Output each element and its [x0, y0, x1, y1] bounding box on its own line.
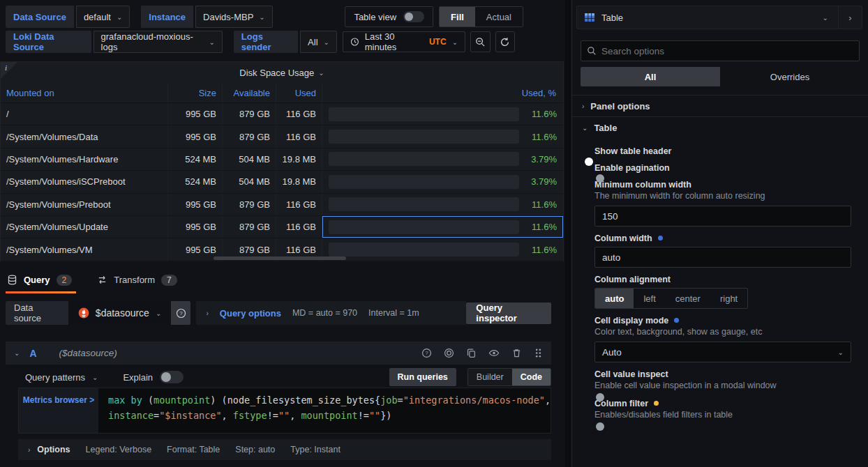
duplicate-icon[interactable] [466, 348, 477, 358]
datasource-value: $datasource [96, 307, 149, 319]
column-header-available[interactable]: Available [223, 83, 276, 102]
eye-icon[interactable] [488, 348, 500, 358]
time-picker-button[interactable]: Last 30 minutes UTC ⌄ [343, 31, 465, 52]
query-inspector-button[interactable]: Query inspector [466, 303, 551, 324]
actual-option[interactable]: Actual [475, 7, 523, 26]
table-row[interactable]: /System/Volumes/Data995 GB879 GB116 GB11… [1, 125, 563, 148]
run-queries-button[interactable]: Run queries [389, 368, 456, 386]
table-row[interactable]: /995 GB879 GB116 GB11.6% [1, 103, 563, 125]
column-header-mounted-on[interactable]: Mounted on [1, 83, 168, 102]
cell-mounted-on: /System/Volumes/Preboot [1, 194, 168, 215]
chevron-down-icon[interactable]: ⌄ [813, 14, 838, 22]
table-row[interactable]: /System/Volumes/Hardware524 MB504 MB19.8… [1, 148, 563, 171]
table-header-row: Mounted on Size Available Used Used, % [1, 83, 563, 103]
cell-used-pct-gauge[interactable]: 11.6% [322, 194, 563, 215]
chevron-right-icon[interactable]: › [206, 309, 208, 317]
option-label: Column width [594, 233, 851, 243]
align-right-option[interactable]: right [710, 289, 747, 308]
promql-code[interactable]: max by (mountpoint) (node_filesystem_siz… [98, 388, 551, 433]
toolbar-row-2: Loki Data Source grafanacloud-moxious-lo… [6, 31, 565, 53]
cell-used-pct-gauge[interactable]: 3.79% [322, 171, 563, 192]
column-header-size[interactable]: Size [168, 83, 223, 102]
run-row: Run queries Builder Code [389, 367, 551, 387]
pane-divider[interactable] [565, 0, 571, 467]
code-line: instance="$instance", fstype!="", mountp… [108, 408, 541, 423]
used-percent-value: 11.6% [526, 245, 557, 255]
code-line: max by (mountpoint) (node_filesystem_siz… [108, 392, 541, 408]
cell-used-pct-gauge[interactable]: 11.6% [322, 103, 563, 125]
collapse-chevron-icon[interactable]: ⌄ [14, 349, 20, 357]
variable-value-dropdown[interactable]: default⌄ [76, 6, 130, 28]
query-options-footer[interactable]: › Options Legend: Verbose Format: Table … [18, 439, 551, 460]
horizontal-scrollbar[interactable] [214, 257, 346, 260]
switch-knob [596, 422, 604, 431]
gauge-track [329, 175, 519, 189]
fill-option[interactable]: Fill [440, 7, 475, 26]
variable-data-source: Data Source default⌄ [6, 6, 130, 28]
table-row[interactable]: /System/Volumes/Preboot995 GB879 GB116 G… [1, 194, 563, 216]
code-token: node_filesystem_size_bytes{ [227, 395, 380, 406]
code-token: ) ( [210, 395, 227, 406]
section-table[interactable]: ⌄ Table [572, 117, 868, 138]
options-search-input[interactable] [601, 46, 853, 56]
code-token: , [290, 410, 301, 421]
disable-query-icon[interactable] [444, 348, 454, 358]
help-circle-icon[interactable]: ? [421, 348, 432, 358]
cell-available: 504 MB [223, 148, 276, 170]
cell-mounted-on: /System/Volumes/Update [1, 216, 168, 238]
datasource-row: Data source $datasource ⌄ ? › Query opti… [6, 301, 551, 325]
datasource-help-button[interactable]: ? [171, 301, 190, 325]
table-row[interactable]: /System/Volumes/iSCPreboot524 MB504 MB19… [1, 171, 563, 193]
align-auto-option[interactable]: auto [595, 289, 634, 308]
metrics-browser-link[interactable]: Metrics browser > [23, 395, 94, 405]
cell-display-mode-select[interactable]: Auto ⌄ [594, 342, 851, 362]
variable-value-dropdown[interactable]: grafanacloud-moxious-logs⌄ [93, 31, 223, 53]
variable-value: Davids-MBP [203, 12, 253, 22]
section-panel-options[interactable]: › Panel options [572, 95, 868, 116]
step-setting: Step: auto [235, 445, 275, 454]
panel-header[interactable]: Disk Space Usage ⌄ [1, 62, 563, 83]
align-left-option[interactable]: left [634, 289, 665, 308]
code-token: fstype [233, 410, 267, 421]
drag-handle-icon[interactable] [534, 348, 543, 358]
query-ref-id[interactable]: A [29, 348, 36, 359]
tab-transform[interactable]: Transform 7 [96, 270, 181, 293]
variable-value-dropdown[interactable]: Davids-MBP⌄ [195, 6, 273, 28]
minimum-column-width-input[interactable] [594, 206, 851, 227]
column-header-used-pct[interactable]: Used, % [322, 83, 563, 102]
option-label: Show table header [594, 146, 851, 156]
builder-option[interactable]: Builder [468, 369, 512, 385]
table-view-switch[interactable] [403, 11, 424, 22]
variable-value-dropdown[interactable]: All⌄ [300, 31, 337, 53]
cell-used-pct-gauge[interactable]: 3.79% [322, 148, 563, 170]
tab-query[interactable]: Query 2 [6, 270, 76, 293]
cell-used-pct-gauge[interactable]: 11.6% [322, 216, 563, 238]
query-patterns-label[interactable]: Query patterns [25, 372, 85, 383]
column-header-used[interactable]: Used [276, 83, 322, 102]
visualization-picker[interactable]: Table ⌄ › [576, 6, 862, 29]
refresh-button[interactable] [495, 31, 516, 52]
datasource-picker[interactable]: $datasource ⌄ [70, 301, 170, 325]
cell-used: 19.8 MB [276, 171, 322, 192]
column-width-input[interactable] [594, 247, 851, 268]
code-token: "" [369, 410, 380, 421]
table-row[interactable]: /System/Volumes/Update995 GB879 GB116 GB… [1, 216, 563, 238]
query-options-link[interactable]: Query options [220, 308, 281, 319]
max-data-points-stat: MD = auto = 970 [292, 308, 357, 318]
zoom-out-button[interactable] [470, 31, 491, 52]
align-center-option[interactable]: center [666, 289, 710, 308]
tab-overrides[interactable]: Overrides [720, 67, 860, 86]
cell-used-pct-gauge[interactable]: 11.6% [322, 125, 563, 147]
gauge-track [329, 130, 519, 144]
zoom-out-icon [475, 37, 486, 47]
svg-text:?: ? [179, 310, 183, 316]
cell-used-pct-gauge[interactable]: 11.6% [322, 238, 563, 260]
variable-instance: Instance Davids-MBP⌄ [141, 6, 272, 28]
expand-pane-button[interactable]: › [838, 6, 862, 29]
interval-stat: Interval = 1m [368, 308, 419, 318]
code-option[interactable]: Code [512, 369, 551, 385]
explain-switch[interactable] [160, 371, 184, 383]
trash-icon[interactable] [511, 348, 522, 358]
tab-all[interactable]: All [581, 67, 720, 86]
options-search-box[interactable] [581, 40, 860, 61]
